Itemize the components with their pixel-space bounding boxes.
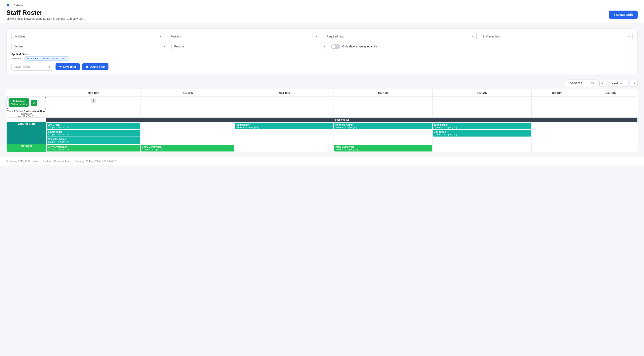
chevron-down-icon: ▾ <box>316 35 318 38</box>
activity-dates: Aug 17 – Dec 31 <box>6 115 46 117</box>
page-title: Staff Roster <box>6 9 85 16</box>
filters-row-1: Activities ▾ Positions ▾ Required tags ▾… <box>11 33 633 40</box>
positions-filter[interactable]: Positions ▾ <box>168 33 320 40</box>
activity-mon-cell[interactable]: i <box>46 97 141 118</box>
page-header: Staff Roster Viewing shifts between Mond… <box>6 9 638 24</box>
page-subtitle: Viewing shifts between Monday, 13th & Su… <box>6 17 85 20</box>
privacy-link[interactable]: Privacy & Terms <box>54 160 71 163</box>
chevron-down-icon: ▾ <box>324 45 325 48</box>
shift-emma-miller-fri[interactable]: Emma Miller 3:00am – 5:00pm [14h] <box>433 123 531 129</box>
shift-emma-miller-mon[interactable]: Emma Miller 3:00pm – 4:00pm [1h] <box>47 130 140 136</box>
shift-jerry-tue[interactable]: Jerry Gymowner 2:00pm – 5:00pm [3h] <box>141 145 234 151</box>
manager-fri[interactable] <box>433 144 532 152</box>
breadcrumb: > Calendar <box>6 3 638 7</box>
ground-staff-wed[interactable]: Emma Miller 3:00am – 5:00pm [14h] <box>235 122 334 144</box>
activity-sun-cell[interactable] <box>583 97 638 118</box>
contact-link[interactable]: Contact <box>43 160 51 163</box>
activity-name: Term 3 Before & Afterschool Care <box>6 110 46 113</box>
date-input[interactable]: 16/05/2024 <box>565 80 597 87</box>
view-select[interactable]: Week ▾ <box>608 80 628 87</box>
row-header-empty <box>6 89 46 97</box>
info-icon[interactable]: i <box>90 98 96 103</box>
calendar-nav: 16/05/2024 ‹ Week ▾ › <box>6 80 638 87</box>
chevron-down-icon: ▾ <box>472 35 474 38</box>
applied-filters: Applied Filters: Activities: Term 3 Befo… <box>11 53 633 61</box>
manager-mon[interactable]: Jerry Gymowner 7:00am – 9:00am [2h] <box>46 144 141 152</box>
unassigned-shifts-toggle[interactable] <box>331 44 340 49</box>
ground-staff-tue[interactable] <box>140 122 235 144</box>
shift-jerry-thu[interactable]: Jerry Gymowner 3:00am – 5:00pm [14h] <box>334 145 432 151</box>
venues-filter[interactable]: Venues ▾ <box>11 43 168 50</box>
next-week-button[interactable]: › <box>631 80 638 87</box>
footer-timestamp: Thursday, 16-May-2024 12:28:36 NZST <box>75 160 116 163</box>
published-check-button[interactable]: ✓ <box>31 100 38 106</box>
shift-jim-green-fri[interactable]: Jim Green 3:00am – 5:00pm [14h] <box>433 130 531 136</box>
manager-sat[interactable] <box>532 144 583 152</box>
day-header-thu: Thu 16th <box>334 89 433 97</box>
breadcrumb-separator: > <box>11 4 13 7</box>
ground-staff-mon[interactable]: Jim Green 3:00pm – 4:00pm [1h] Emma Mill… <box>46 122 141 144</box>
day-header-mon: Mon 13th <box>46 89 141 97</box>
required-tags-filter[interactable]: Required tags ▾ <box>324 33 477 40</box>
manager-row: Manager Jerry Gymowner 7:00am – 9:00am [… <box>6 144 638 152</box>
calendar-icon[interactable] <box>591 81 594 85</box>
ground-staff-fri[interactable]: Emma Miller 3:00am – 5:00pm [14h] Jim Gr… <box>433 122 532 144</box>
saved-filters-row: Saved filters ▾ ★ Save filter 🗑 Delete f… <box>11 63 633 71</box>
manager-wed[interactable] <box>235 144 334 152</box>
ground-staff-thu[interactable]: Rochelle Admin 9:00am – 5:00pm [8h] <box>334 122 433 144</box>
regions-filter[interactable]: Regions ▾ <box>171 43 328 50</box>
day-header-tue: Tue 14th <box>140 89 235 97</box>
activity-label-cell: Published Aug 15 - Dec 31 ✓ Term 3 Befor… <box>6 97 46 118</box>
staff-members-filter[interactable]: Staff members ▾ <box>480 33 633 40</box>
active-filter-tag[interactable]: Term 3 Before & Afterschool Care ✕ <box>24 56 70 61</box>
trash-icon: 🗑 <box>86 65 88 68</box>
activity-row: Published Aug 15 - Dec 31 ✓ Term 3 Befor… <box>6 97 638 118</box>
ground-staff-sat[interactable] <box>532 122 583 144</box>
activity-venue: gymnasium <box>6 113 46 115</box>
activity-thu-cell[interactable] <box>334 97 433 118</box>
shift-jim-green-mon[interactable]: Jim Green 3:00pm – 4:00pm [1h] <box>47 123 140 129</box>
applied-filters-row: Activities: Term 3 Before & Afterschool … <box>11 56 633 61</box>
day-header-fri: Fri 17th <box>433 89 532 97</box>
chevron-down-icon: ▾ <box>164 45 165 48</box>
prev-week-button[interactable]: ‹ <box>600 80 606 87</box>
manager-sun[interactable] <box>583 144 638 152</box>
day-header-sun: Sun 19th <box>583 89 638 97</box>
ground-staff-sun[interactable] <box>583 122 638 144</box>
activity-sat-cell[interactable] <box>532 97 583 118</box>
create-shift-button[interactable]: + Create Shift <box>609 11 638 19</box>
shift-jerry-mon[interactable]: Jerry Gymowner 7:00am – 9:00am [2h] <box>47 145 140 151</box>
about-link[interactable]: About <box>34 160 40 163</box>
applied-filters-label: Applied Filters: <box>11 53 633 56</box>
shift-rochelle-admin-thu[interactable]: Rochelle Admin 9:00am – 5:00pm [8h] <box>334 123 432 129</box>
activity-fri-cell[interactable] <box>433 97 532 118</box>
chevron-down-icon: ▾ <box>628 35 630 38</box>
page-title-block: Staff Roster Viewing shifts between Mond… <box>6 9 85 20</box>
chevron-down-icon: ▾ <box>49 65 50 68</box>
top-bar: > Calendar Staff Roster Viewing shifts b… <box>0 0 644 24</box>
ground-staff-row: Ground Staff Jim Green 3:00pm – 4:00pm [… <box>6 122 638 144</box>
manager-label: Manager <box>6 144 46 152</box>
activity-tue-cell[interactable] <box>140 97 235 118</box>
copyright: © Enrolmy 2015–2024 <box>6 160 30 163</box>
saved-filters-dropdown[interactable]: Saved filters ▾ <box>11 63 53 71</box>
home-icon[interactable] <box>6 3 10 7</box>
shift-rochelle-admin-mon[interactable]: Rochelle Admin 3:00pm – 4:00pm [1h] <box>47 137 140 144</box>
remove-tag-button[interactable]: ✕ <box>66 57 68 60</box>
save-filter-button[interactable]: ★ Save filter <box>56 63 80 70</box>
footer: © Enrolmy 2015–2024 About Contact Privac… <box>0 157 644 165</box>
sessions-label-empty <box>6 118 46 122</box>
ground-staff-label: Ground Staff <box>6 122 46 144</box>
shift-emma-miller-wed[interactable]: Emma Miller 3:00am – 5:00pm [14h] <box>235 123 333 129</box>
sessions-label: Sessions (2) <box>46 118 638 122</box>
activity-wed-cell[interactable] <box>235 97 334 118</box>
filters-row-2: Venues ▾ Regions ▾ Only show unassigned … <box>11 43 633 50</box>
day-header-sat: Sat 18th <box>532 89 583 97</box>
filters-card: Activities ▾ Positions ▾ Required tags ▾… <box>6 29 638 75</box>
sessions-row: Sessions (2) <box>6 118 638 122</box>
delete-filter-button[interactable]: 🗑 Delete filter <box>82 63 108 70</box>
filter-category-label: Activities: <box>11 57 22 60</box>
manager-thu[interactable]: Jerry Gymowner 3:00am – 5:00pm [14h] <box>334 144 433 152</box>
manager-tue[interactable]: Jerry Gymowner 2:00pm – 5:00pm [3h] <box>140 144 235 152</box>
activities-filter[interactable]: Activities ▾ <box>11 33 164 40</box>
